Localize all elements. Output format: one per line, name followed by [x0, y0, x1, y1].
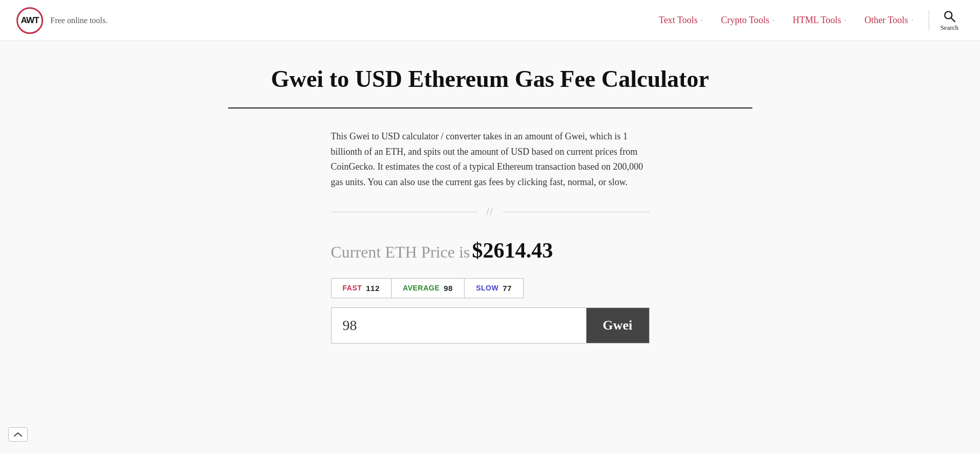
svg-line-1: [951, 17, 955, 21]
gas-buttons-row: FAST 112 AVERAGE 98 SLOW 77: [331, 278, 650, 298]
search-icon: [942, 9, 956, 23]
chevron-up-icon: [13, 431, 23, 438]
gas-slow-button[interactable]: SLOW 77: [465, 278, 524, 298]
slow-value: 77: [503, 284, 512, 293]
page-title: Gwei to USD Ethereum Gas Fee Calculator: [228, 66, 752, 93]
eth-price-label: Current ETH Price is: [331, 243, 470, 261]
fast-value: 112: [366, 284, 380, 293]
title-section: Gwei to USD Ethereum Gas Fee Calculator: [228, 41, 752, 108]
divider-section: //: [331, 207, 650, 217]
gas-fast-button[interactable]: FAST 112: [331, 278, 391, 298]
average-value: 98: [444, 284, 453, 293]
nav-html-tools[interactable]: HTML Tools ·: [783, 15, 855, 26]
divider-line-left: [331, 212, 477, 212]
gas-average-button[interactable]: AVERAGE 98: [391, 278, 465, 298]
gwei-unit-label: Gwei: [586, 308, 649, 343]
search-label: Search: [940, 24, 958, 32]
main-nav: Text Tools · Crypto Tools · HTML Tools ·…: [650, 6, 964, 35]
gwei-input[interactable]: [331, 308, 586, 343]
nav-dot-1: ·: [701, 16, 703, 25]
nav-dot-3: ·: [844, 16, 846, 25]
scroll-up-button[interactable]: [8, 427, 28, 442]
site-tagline: Free online tools.: [50, 16, 108, 25]
gwei-input-row: Gwei: [331, 307, 650, 343]
divider-symbol: //: [487, 207, 494, 217]
page-description: This Gwei to USD calculator / converter …: [331, 129, 650, 190]
logo-icon: AWT: [16, 7, 43, 34]
average-label: AVERAGE: [403, 284, 440, 292]
fast-label: FAST: [343, 284, 362, 292]
nav-crypto-tools[interactable]: Crypto Tools ·: [712, 15, 783, 26]
slow-label: SLOW: [476, 284, 498, 292]
search-button[interactable]: Search: [935, 6, 964, 35]
divider-line-right: [503, 212, 650, 212]
nav-dot-4: ·: [911, 16, 913, 25]
site-logo[interactable]: AWT Free online tools.: [16, 7, 108, 34]
nav-text-tools[interactable]: Text Tools ·: [650, 15, 712, 26]
nav-divider: [929, 10, 929, 31]
nav-dot-2: ·: [772, 16, 774, 25]
nav-other-tools[interactable]: Other Tools ·: [855, 15, 922, 26]
eth-price-value: $2614.43: [472, 239, 553, 262]
eth-price-section: Current ETH Price is $2614.43: [331, 238, 650, 263]
